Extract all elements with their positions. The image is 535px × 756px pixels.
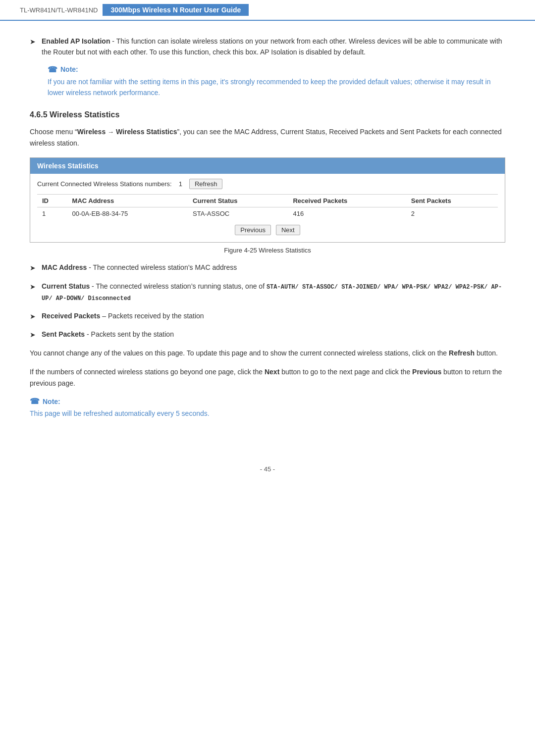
ap-isolation-desc: - This function can isolate wireless sta… — [42, 37, 502, 56]
para-refresh-bold: Refresh — [449, 349, 475, 357]
figure-caption: Figure 4-25 Wireless Statistics — [30, 247, 505, 254]
bullet-arrow-mac-icon: ➤ — [30, 262, 36, 273]
bullet-mac-address: ➤ MAC Address - The connected wireless s… — [30, 262, 505, 273]
connected-count: 1 — [179, 180, 182, 188]
bullet-status-text: Current Status - The connected wireless … — [42, 281, 505, 303]
col-sent: Sent Packets — [406, 195, 498, 207]
col-mac: MAC Address — [67, 195, 188, 207]
para-np-next: Next — [265, 368, 279, 376]
stats-data-table: ID MAC Address Current Status Received P… — [37, 194, 498, 220]
bullet-received-packets: ➤ Received Packets – Packets received by… — [30, 310, 505, 322]
para-refresh-text2: button. — [475, 349, 498, 357]
received-label: Received Packets — [42, 312, 100, 320]
col-received: Received Packets — [288, 195, 406, 207]
bullet-arrow-status-icon: ➤ — [30, 281, 36, 292]
wireless-stats-intro: Choose menu “Wireless → Wireless Statist… — [30, 126, 505, 150]
menu-wireless-stats-label: Wireless Statistics — [116, 128, 177, 136]
next-button[interactable]: Next — [276, 225, 300, 235]
para-np-text1: If the numbers of connected wireless sta… — [30, 368, 265, 376]
para-refresh-text1: You cannot change any of the values on t… — [30, 349, 449, 357]
note-text-1: If you are not familiar with the setting… — [48, 76, 505, 99]
mac-label: MAC Address — [42, 263, 87, 271]
note-text-2: This page will be refreshed automaticall… — [30, 408, 505, 419]
bullet-ap-isolation: ➤ Enabled AP Isolation - This function c… — [30, 36, 505, 58]
note-label-1: ☎ Note: — [48, 65, 505, 74]
bullet-mac-text: MAC Address - The connected wireless sta… — [42, 262, 505, 273]
note-box-2: ☎ Note: This page will be refreshed auto… — [30, 397, 505, 419]
bullet-arrow-icon: ➤ — [30, 36, 36, 47]
connected-row: Current Connected Wireless Stations numb… — [37, 179, 498, 189]
bullet-arrow-received-icon: ➤ — [30, 311, 36, 322]
note-label-2: ☎ Note: — [30, 397, 505, 406]
bullet-ap-isolation-text: Enabled AP Isolation - This function can… — [42, 36, 505, 58]
status-label: Current Status — [42, 282, 90, 290]
note-phone-icon: ☎ — [48, 65, 57, 74]
bullet-current-status: ➤ Current Status - The connected wireles… — [30, 281, 505, 303]
stats-table-inner: Current Connected Wireless Stations numb… — [30, 174, 505, 242]
header-model: TL-WR841N/TL-WR841ND — [20, 6, 98, 14]
received-desc: – Packets received by the station — [100, 312, 204, 320]
page-footer: - 45 - — [0, 465, 535, 483]
bullet-sent-text: Sent Packets - Packets sent by the stati… — [42, 329, 505, 340]
note-box-1: ☎ Note: If you are not familiar with the… — [48, 65, 505, 99]
wireless-stats-table: Wireless Statistics Current Connected Wi… — [30, 157, 505, 243]
note-label-text-2: Note: — [43, 398, 60, 405]
header-title: 300Mbps Wireless N Router User Guide — [103, 4, 249, 16]
col-id: ID — [37, 195, 67, 207]
sent-label: Sent Packets — [42, 330, 85, 338]
refresh-button[interactable]: Refresh — [189, 179, 223, 189]
para-refresh: You cannot change any of the values on t… — [30, 348, 505, 359]
para-next-prev: If the numbers of connected wireless sta… — [30, 366, 505, 390]
note-phone-icon-2: ☎ — [30, 397, 40, 406]
section-heading-wireless-stats: 4.6.5 Wireless Statistics — [30, 110, 505, 119]
stats-table-header: Wireless Statistics — [30, 158, 505, 174]
note-label-text-1: Note: — [60, 65, 78, 73]
table-row: 100-0A-EB-88-34-75STA-ASSOC4162 — [37, 207, 498, 220]
para-np-mid: button to go to the next page and click … — [279, 368, 412, 376]
col-status: Current Status — [188, 195, 288, 207]
connected-label: Current Connected Wireless Stations numb… — [37, 180, 172, 188]
para-np-prev: Previous — [412, 368, 441, 376]
status-desc: - The connected wireless station’s runni… — [90, 282, 267, 290]
page-number: - 45 - — [260, 465, 275, 473]
bullet-arrow-sent-icon: ➤ — [30, 329, 36, 340]
page-header: TL-WR841N/TL-WR841ND 300Mbps Wireless N … — [0, 0, 535, 21]
bullet-sent-packets: ➤ Sent Packets - Packets sent by the sta… — [30, 329, 505, 340]
mac-desc: - The connected wireless station’s MAC a… — [87, 263, 237, 271]
ap-isolation-label: Enabled AP Isolation — [42, 37, 110, 45]
previous-button[interactable]: Previous — [235, 225, 271, 235]
pagination-row: Previous Next — [37, 225, 498, 235]
main-content: ➤ Enabled AP Isolation - This function c… — [0, 31, 535, 446]
menu-wireless-label: Wireless — [77, 128, 106, 136]
sent-desc: - Packets sent by the station — [85, 330, 174, 338]
bullet-received-text: Received Packets – Packets received by t… — [42, 310, 505, 321]
